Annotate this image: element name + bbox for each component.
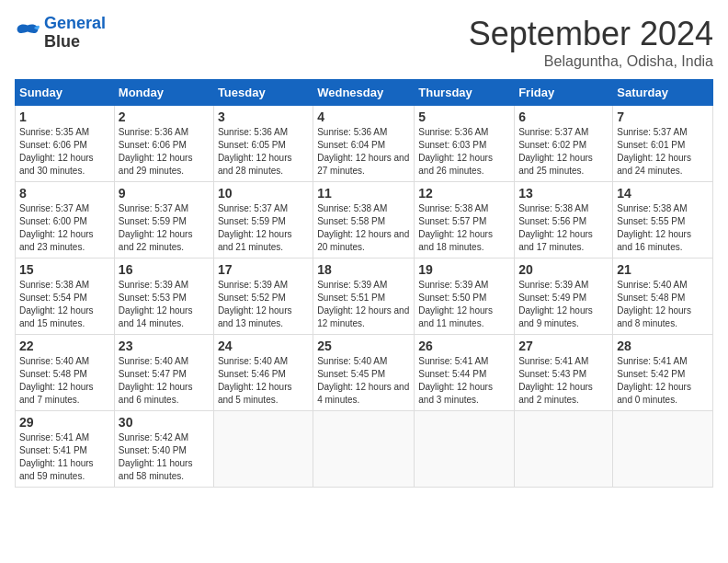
week-row-3: 15 Sunrise: 5:38 AMSunset: 5:54 PMDaylig… — [16, 259, 713, 335]
day-number: 20 — [518, 262, 609, 277]
day-cell: 5 Sunrise: 5:36 AMSunset: 6:03 PMDayligh… — [415, 106, 515, 182]
location: Belaguntha, Odisha, India — [469, 53, 713, 70]
day-info: Sunrise: 5:35 AMSunset: 6:06 PMDaylight:… — [19, 127, 94, 176]
day-number: 3 — [218, 109, 309, 124]
col-header-wednesday: Wednesday — [313, 80, 415, 106]
day-cell — [213, 411, 313, 488]
day-info: Sunrise: 5:39 AMSunset: 5:51 PMDaylight:… — [317, 280, 409, 328]
day-info: Sunrise: 5:40 AMSunset: 5:47 PMDaylight:… — [119, 356, 193, 405]
day-number: 7 — [617, 109, 709, 124]
day-number: 30 — [119, 415, 210, 430]
day-cell: 27 Sunrise: 5:41 AMSunset: 5:43 PMDaylig… — [515, 335, 613, 411]
day-cell: 13 Sunrise: 5:38 AMSunset: 5:56 PMDaylig… — [515, 182, 613, 259]
col-header-friday: Friday — [515, 80, 613, 106]
day-cell: 17 Sunrise: 5:39 AMSunset: 5:52 PMDaylig… — [213, 259, 313, 335]
day-number: 17 — [218, 262, 309, 277]
day-cell: 23 Sunrise: 5:40 AMSunset: 5:47 PMDaylig… — [114, 335, 213, 411]
day-info: Sunrise: 5:38 AMSunset: 5:54 PMDaylight:… — [19, 280, 94, 328]
day-info: Sunrise: 5:39 AMSunset: 5:49 PMDaylight:… — [518, 280, 593, 328]
day-number: 4 — [317, 109, 410, 124]
day-info: Sunrise: 5:37 AMSunset: 5:59 PMDaylight:… — [218, 203, 292, 252]
day-number: 16 — [119, 262, 210, 277]
day-info: Sunrise: 5:36 AMSunset: 6:05 PMDaylight:… — [218, 127, 292, 176]
day-cell: 18 Sunrise: 5:39 AMSunset: 5:51 PMDaylig… — [313, 259, 415, 335]
day-cell: 21 Sunrise: 5:40 AMSunset: 5:48 PMDaylig… — [613, 259, 713, 335]
calendar-header-row: SundayMondayTuesdayWednesdayThursdayFrid… — [16, 80, 713, 106]
day-number: 28 — [617, 339, 709, 353]
logo: General Blue — [15, 15, 106, 52]
day-cell: 29 Sunrise: 5:41 AMSunset: 5:41 PMDaylig… — [16, 411, 115, 488]
week-row-2: 8 Sunrise: 5:37 AMSunset: 6:00 PMDayligh… — [16, 182, 713, 259]
day-cell: 20 Sunrise: 5:39 AMSunset: 5:49 PMDaylig… — [515, 259, 613, 335]
day-cell: 14 Sunrise: 5:38 AMSunset: 5:55 PMDaylig… — [613, 182, 713, 259]
day-number: 21 — [617, 262, 709, 277]
day-cell: 9 Sunrise: 5:37 AMSunset: 5:59 PMDayligh… — [114, 182, 213, 259]
day-cell: 28 Sunrise: 5:41 AMSunset: 5:42 PMDaylig… — [613, 335, 713, 411]
day-cell: 1 Sunrise: 5:35 AMSunset: 6:06 PMDayligh… — [16, 106, 115, 182]
day-info: Sunrise: 5:41 AMSunset: 5:42 PMDaylight:… — [617, 356, 691, 405]
week-row-5: 29 Sunrise: 5:41 AMSunset: 5:41 PMDaylig… — [16, 411, 713, 488]
day-cell: 8 Sunrise: 5:37 AMSunset: 6:00 PMDayligh… — [16, 182, 115, 259]
day-number: 1 — [19, 109, 110, 124]
week-row-1: 1 Sunrise: 5:35 AMSunset: 6:06 PMDayligh… — [16, 106, 713, 182]
day-number: 2 — [119, 109, 210, 124]
calendar-table: SundayMondayTuesdayWednesdayThursdayFrid… — [15, 79, 713, 488]
day-info: Sunrise: 5:40 AMSunset: 5:45 PMDaylight:… — [317, 356, 409, 405]
day-number: 9 — [119, 186, 210, 201]
day-info: Sunrise: 5:37 AMSunset: 6:01 PMDaylight:… — [617, 127, 691, 176]
logo-text: General Blue — [44, 15, 106, 52]
day-number: 22 — [19, 339, 110, 353]
day-info: Sunrise: 5:38 AMSunset: 5:56 PMDaylight:… — [518, 203, 593, 252]
day-number: 14 — [617, 186, 709, 201]
day-number: 27 — [518, 339, 609, 353]
col-header-tuesday: Tuesday — [213, 80, 313, 106]
day-number: 18 — [317, 262, 410, 277]
day-number: 11 — [317, 186, 410, 201]
day-info: Sunrise: 5:37 AMSunset: 5:59 PMDaylight:… — [119, 203, 193, 252]
day-info: Sunrise: 5:42 AMSunset: 5:40 PMDaylight:… — [119, 432, 193, 481]
day-cell: 11 Sunrise: 5:38 AMSunset: 5:58 PMDaylig… — [313, 182, 415, 259]
col-header-thursday: Thursday — [415, 80, 515, 106]
col-header-monday: Monday — [114, 80, 213, 106]
col-header-sunday: Sunday — [16, 80, 115, 106]
day-cell: 22 Sunrise: 5:40 AMSunset: 5:48 PMDaylig… — [16, 335, 115, 411]
day-info: Sunrise: 5:41 AMSunset: 5:43 PMDaylight:… — [518, 356, 593, 405]
day-number: 19 — [418, 262, 510, 277]
day-number: 13 — [518, 186, 609, 201]
logo-bird-icon — [15, 20, 40, 46]
day-number: 29 — [19, 415, 110, 430]
day-info: Sunrise: 5:38 AMSunset: 5:57 PMDaylight:… — [418, 203, 493, 252]
day-cell: 30 Sunrise: 5:42 AMSunset: 5:40 PMDaylig… — [114, 411, 213, 488]
day-cell — [415, 411, 515, 488]
day-number: 15 — [19, 262, 110, 277]
day-cell: 4 Sunrise: 5:36 AMSunset: 6:04 PMDayligh… — [313, 106, 415, 182]
day-cell: 12 Sunrise: 5:38 AMSunset: 5:57 PMDaylig… — [415, 182, 515, 259]
page-header: General Blue September 2024 Belaguntha, … — [15, 15, 713, 70]
day-cell: 25 Sunrise: 5:40 AMSunset: 5:45 PMDaylig… — [313, 335, 415, 411]
day-number: 10 — [218, 186, 309, 201]
day-info: Sunrise: 5:39 AMSunset: 5:53 PMDaylight:… — [119, 280, 193, 328]
day-number: 25 — [317, 339, 410, 353]
day-cell: 2 Sunrise: 5:36 AMSunset: 6:06 PMDayligh… — [114, 106, 213, 182]
day-cell: 15 Sunrise: 5:38 AMSunset: 5:54 PMDaylig… — [16, 259, 115, 335]
day-number: 5 — [418, 109, 510, 124]
day-number: 6 — [518, 109, 609, 124]
day-cell — [515, 411, 613, 488]
col-header-saturday: Saturday — [613, 80, 713, 106]
day-number: 12 — [418, 186, 510, 201]
day-cell — [613, 411, 713, 488]
day-info: Sunrise: 5:39 AMSunset: 5:50 PMDaylight:… — [418, 280, 493, 328]
day-info: Sunrise: 5:39 AMSunset: 5:52 PMDaylight:… — [218, 280, 292, 328]
day-info: Sunrise: 5:36 AMSunset: 6:04 PMDaylight:… — [317, 127, 409, 176]
day-info: Sunrise: 5:37 AMSunset: 6:02 PMDaylight:… — [518, 127, 593, 176]
month-title: September 2024 — [469, 15, 713, 53]
day-info: Sunrise: 5:40 AMSunset: 5:48 PMDaylight:… — [617, 280, 691, 328]
day-info: Sunrise: 5:41 AMSunset: 5:41 PMDaylight:… — [19, 432, 94, 481]
day-info: Sunrise: 5:40 AMSunset: 5:46 PMDaylight:… — [218, 356, 292, 405]
day-cell: 10 Sunrise: 5:37 AMSunset: 5:59 PMDaylig… — [213, 182, 313, 259]
day-info: Sunrise: 5:36 AMSunset: 6:03 PMDaylight:… — [418, 127, 493, 176]
day-info: Sunrise: 5:38 AMSunset: 5:58 PMDaylight:… — [317, 203, 409, 252]
day-cell: 3 Sunrise: 5:36 AMSunset: 6:05 PMDayligh… — [213, 106, 313, 182]
day-cell: 26 Sunrise: 5:41 AMSunset: 5:44 PMDaylig… — [415, 335, 515, 411]
day-info: Sunrise: 5:38 AMSunset: 5:55 PMDaylight:… — [617, 203, 691, 252]
